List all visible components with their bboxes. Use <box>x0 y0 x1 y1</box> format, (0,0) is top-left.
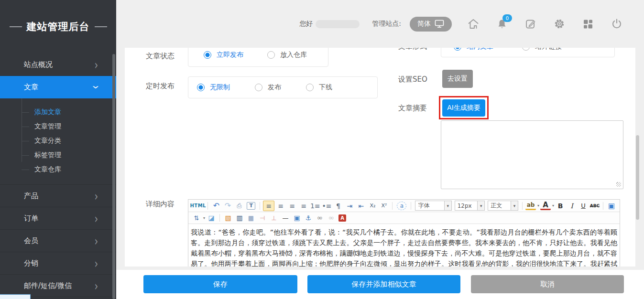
save-button[interactable]: 保存 <box>143 275 297 293</box>
sidebar-item-products[interactable]: 产品 › <box>0 185 116 207</box>
username-redacted <box>316 20 360 28</box>
image-icon[interactable]: ▧ <box>223 213 233 223</box>
unlink-icon[interactable]: ∞ <box>326 213 337 223</box>
cancel-button[interactable]: 取消 <box>471 275 624 293</box>
textarea-resize-handle[interactable] <box>616 182 621 187</box>
toolbar-separator <box>392 202 393 210</box>
save-and-add-similar-button[interactable]: 保存并添加相似文章 <box>307 275 460 293</box>
paste-text-icon[interactable]: T <box>247 202 255 210</box>
radio-icon <box>267 51 275 59</box>
align-center-icon[interactable]: ≡ <box>275 201 286 211</box>
align-left-icon[interactable]: ≡ <box>263 201 274 211</box>
chevron-down-icon: › <box>90 85 103 89</box>
submenu-item-article-manage[interactable]: 文章管理 <box>0 119 116 134</box>
radio-icon <box>306 84 314 91</box>
sidebar-item-mail-sms-wechat[interactable]: 邮件/短信/微信 › <box>0 275 116 297</box>
radio-icon <box>255 84 262 91</box>
sidebar-item-site-overview[interactable]: 站点概况 › <box>0 53 116 76</box>
hr-icon[interactable]: — <box>280 213 291 223</box>
paragraph-format-select[interactable]: 正文 ▾ <box>488 201 518 211</box>
sidebar-item-distribution[interactable]: 分销 › <box>0 252 116 275</box>
caret-down-icon: ▾ <box>511 201 518 210</box>
admin-backend-screen: 建站管理后台 站点概况 › 文章 › 添加文章 文章管理 文章分类 标签管理 文… <box>0 0 644 299</box>
bell-icon[interactable]: 0 <box>496 18 508 30</box>
map-icon[interactable]: ▣ <box>292 213 302 223</box>
caret-down-icon: ▾ <box>444 201 451 210</box>
underline-icon[interactable]: U <box>578 201 589 211</box>
italic-icon[interactable]: I <box>567 201 577 211</box>
submenu-item-article-category[interactable]: 文章分类 <box>0 134 116 148</box>
toolbar-separator <box>522 202 523 210</box>
undo-icon[interactable]: ↶ <box>211 201 221 211</box>
html-source-icon[interactable]: HTML <box>191 201 205 211</box>
outdent-icon[interactable]: ⇤ <box>356 201 366 211</box>
align-justify-icon[interactable]: ≡ <box>298 201 309 211</box>
logo: 建站管理后台 <box>0 0 116 53</box>
radio-publish-now[interactable]: 立即发布 <box>204 51 243 59</box>
paragraph-format-value: 正文 <box>491 202 502 210</box>
timed-publish-field: 无限制 发布 下线 <box>188 76 378 98</box>
submenu-item-add-article[interactable]: 添加文章 <box>0 105 116 119</box>
home-icon[interactable] <box>467 18 480 30</box>
radio-offline[interactable]: 下线 <box>306 83 332 92</box>
font-size-select[interactable]: 12px ▾ <box>455 201 485 211</box>
radio-label: 下线 <box>319 83 332 92</box>
caret-down-icon: ▾ <box>477 201 484 210</box>
subscript-icon[interactable]: X₂ <box>367 201 378 211</box>
ai-generate-summary-button[interactable]: AI生成摘要 <box>442 99 485 117</box>
template-icon[interactable]: ⊥ <box>269 213 279 223</box>
article-type-field: 站内文章 站外链接 <box>441 48 615 57</box>
autotypeset-icon[interactable]: a <box>397 202 406 210</box>
align-right-icon[interactable]: ≡ <box>287 201 297 211</box>
power-icon[interactable] <box>611 18 623 30</box>
submenu-item-article-warehouse[interactable]: 文章仓库 <box>0 162 116 177</box>
submenu-item-tag-manage[interactable]: 标签管理 <box>0 148 116 162</box>
font-color-icon[interactable]: A <box>540 201 551 210</box>
anchor-icon[interactable]: ⚓ <box>303 213 314 223</box>
radio-publish[interactable]: 发布 <box>255 83 281 92</box>
sidebar-item-label: 文章 <box>24 83 38 92</box>
word-import-icon[interactable]: A <box>338 214 346 222</box>
sidebar-item-articles[interactable]: 文章 › <box>0 76 116 98</box>
radio-internal-article[interactable]: 站内文章 <box>454 48 493 51</box>
edit-icon[interactable] <box>524 18 537 30</box>
language-switch-button[interactable]: 简体 <box>410 17 452 32</box>
sidebar-scrollbar[interactable] <box>112 54 115 299</box>
unordered-list-icon[interactable]: •≡ <box>321 201 332 211</box>
table-icon[interactable]: ▦ <box>246 213 256 223</box>
grid-icon[interactable] <box>582 18 594 30</box>
video-icon[interactable]: ▥ <box>234 213 245 223</box>
manage-site-label: 管理站点: <box>372 20 401 28</box>
highlight-color-icon[interactable]: ab <box>525 202 536 210</box>
strikethrough-icon[interactable]: ABC <box>589 201 600 211</box>
summary-textarea[interactable] <box>441 120 623 189</box>
main-scrollbar[interactable] <box>636 135 639 220</box>
line-height-icon[interactable]: ⇅ <box>191 213 202 223</box>
link-icon[interactable]: ∞ <box>315 213 325 223</box>
seo-setup-button[interactable]: 去设置 <box>442 70 473 88</box>
ordered-list-icon[interactable]: 1≡ <box>310 201 320 211</box>
radio-no-limit[interactable]: 无限制 <box>197 83 230 92</box>
gear-icon[interactable] <box>553 18 566 30</box>
superscript-icon[interactable]: X² <box>379 201 389 211</box>
bold-icon[interactable]: B <box>555 201 566 211</box>
sidebar-item-members[interactable]: 会员 › <box>0 230 116 252</box>
caret-down-icon[interactable]: ▾ <box>552 203 554 208</box>
editor-content[interactable]: 我说道：“爸爸，你走吧。”他往车外看了看，说：“我买几个橘子去。你就在此地，不要… <box>188 224 620 267</box>
sidebar-item-orders[interactable]: 订单 › <box>0 207 116 230</box>
pagebreak-icon[interactable]: ⊣ <box>257 213 268 223</box>
fullscreen-icon[interactable]: ▣ <box>606 201 617 211</box>
radio-to-warehouse[interactable]: 放入仓库 <box>267 51 307 59</box>
caret-down-icon[interactable]: ▾ <box>203 216 205 220</box>
font-family-select[interactable]: 字体 ▾ <box>415 201 451 211</box>
indent-icon[interactable]: ⇥ <box>344 201 355 211</box>
redo-icon[interactable]: ↷ <box>222 201 233 211</box>
caret-down-icon[interactable]: ▾ <box>537 203 539 208</box>
eraser-icon[interactable]: ◪ <box>206 213 217 223</box>
paragraph-icon[interactable]: ¶ <box>333 201 343 211</box>
chevron-right-icon: › <box>94 212 98 225</box>
article-type-label: 文章形式 <box>398 48 427 51</box>
radio-external-link[interactable]: 站外链接 <box>522 48 562 51</box>
ai-summary-highlight-frame: AI生成摘要 <box>439 96 489 119</box>
print-icon[interactable]: ⎙ <box>234 201 244 211</box>
